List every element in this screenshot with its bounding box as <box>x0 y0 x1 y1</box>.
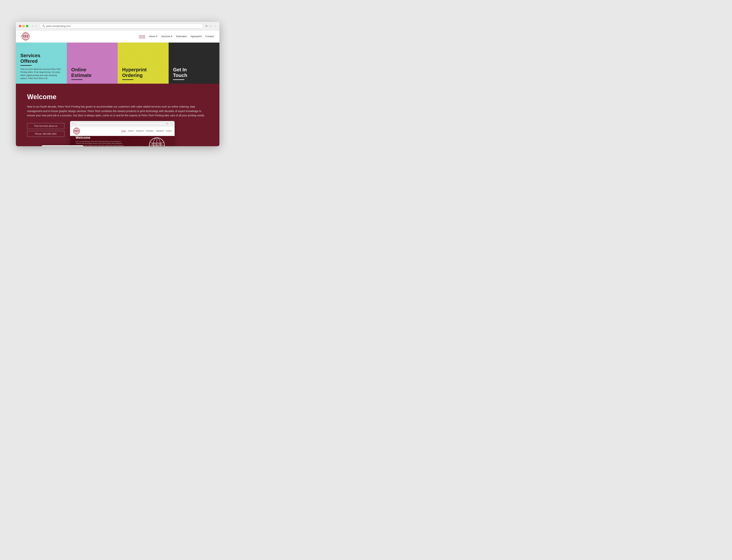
panel-estimate-title: OnlineEstimate <box>71 67 113 78</box>
address-text: petro-techprinting.com <box>46 25 200 27</box>
mid-site-nav: PETRO-TECH PRINTING LTD Home About ▾ Ser… <box>70 126 175 136</box>
welcome-section: Welcome Now in our fourth decade, Petro-… <box>16 84 219 146</box>
mid-nav-hyperprint[interactable]: Hyperprint <box>156 130 164 132</box>
mid-hero-section: Welcome Now in our fourth decade, Petro-… <box>70 136 175 146</box>
mid-back-button[interactable]: ‹ <box>72 122 73 125</box>
menu-icon[interactable]: ⋮ <box>213 24 216 28</box>
hero-panel-contact[interactable]: Get InTouch <box>169 43 220 84</box>
nav-link-about[interactable]: About ▾ <box>149 35 157 38</box>
close-dot[interactable] <box>19 25 21 27</box>
nav-link-services[interactable]: Services ▾ <box>161 35 172 38</box>
panel-services-underline <box>20 65 32 66</box>
welcome-title: Welcome <box>27 93 208 101</box>
bookmark-icon[interactable]: ☆ <box>209 24 212 28</box>
panel-services-title: ServicesOffered <box>20 53 62 64</box>
mid-nav-home[interactable]: Home <box>121 130 126 132</box>
small-browser-window: PETRO-TECH PRINTING LTD ☰ <box>41 145 84 146</box>
browser-action-buttons: ↻ ☆ ⋮ <box>205 24 216 28</box>
welcome-buttons: Find out more about us Phone: 403-266-16… <box>27 123 64 137</box>
mid-hero-welcome-title: Welcome <box>76 136 124 140</box>
small-browser-chrome: PETRO-TECH PRINTING LTD ☰ <box>41 145 84 146</box>
page-wrapper: ‹ › 🔍 petro-techprinting.com ↻ ☆ ⋮ <box>16 22 219 146</box>
browser-chrome-bar: ‹ › 🔍 petro-techprinting.com ↻ ☆ ⋮ <box>16 22 219 30</box>
mid-nav-about[interactable]: About ▾ <box>128 130 134 132</box>
mid-hero-logo-area: PETRO-TECH PRINTING LTD <box>145 138 169 146</box>
mid-browser-window: ‹ › ↻ ⋮ <box>70 121 175 146</box>
mid-nav-services[interactable]: Services ▾ <box>136 130 144 132</box>
mid-address-bar[interactable] <box>77 123 165 124</box>
main-browser-window: ‹ › 🔍 petro-techprinting.com ↻ ☆ ⋮ <box>16 22 219 146</box>
nav-link-home[interactable]: Home <box>139 35 145 38</box>
phone-button[interactable]: Phone: 403-266-1652 <box>27 131 64 137</box>
forward-button[interactable]: › <box>35 24 37 28</box>
mid-forward-button[interactable]: › <box>74 122 75 125</box>
mid-nav-estimates[interactable]: Estimates <box>146 130 154 132</box>
nav-link-estimates[interactable]: Estimates <box>176 35 187 38</box>
nav-links: Home About ▾ Services ▾ Estimates Hyperp… <box>139 35 214 38</box>
nav-link-contact[interactable]: Contact <box>205 35 214 38</box>
panel-estimate-underline <box>71 79 83 80</box>
mid-menu-button[interactable]: ⋮ <box>170 122 172 125</box>
nav-link-hyperprint[interactable]: Hyperprint <box>190 35 202 38</box>
mid-logo-icon: PETRO-TECH PRINTING LTD <box>73 128 80 135</box>
logo-globe-icon: PETRO-TECH PRINTING LTD <box>21 32 30 41</box>
svg-text:PETRO-TECH: PETRO-TECH <box>74 130 79 131</box>
welcome-body-text: Now in our fourth decade, Petro-Tech Pri… <box>27 105 208 118</box>
back-button[interactable]: ‹ <box>31 24 34 28</box>
hero-panel-estimate[interactable]: OnlineEstimate <box>67 43 118 84</box>
minimize-dot[interactable] <box>22 25 25 27</box>
svg-text:PETRO-TECH: PETRO-TECH <box>23 35 29 36</box>
hero-panel-hyperprint[interactable]: HyperprintOrdering <box>118 43 169 84</box>
mid-browser-nav: ‹ › <box>72 122 75 125</box>
fullscreen-dot[interactable] <box>26 25 28 27</box>
hero-panel-services[interactable]: ServicesOffered Find out more about the … <box>16 43 67 84</box>
panel-hyperprint-underline <box>122 79 133 80</box>
mid-nav-links: Home About ▾ Services ▾ Estimates Hyperp… <box>121 130 172 132</box>
reload-icon[interactable]: ↻ <box>205 24 208 28</box>
find-out-more-button[interactable]: Find out more about us <box>27 123 64 129</box>
hero-panels: ServicesOffered Find out more about the … <box>16 43 219 84</box>
mid-hero-text: Welcome Now in our fourth decade, Petro-… <box>76 136 124 146</box>
mid-hero-logo: PETRO-TECH PRINTING LTD <box>145 136 169 146</box>
svg-text:PRINTING LTD: PRINTING LTD <box>23 37 28 38</box>
panel-contact-underline <box>173 79 184 80</box>
browser-traffic-lights <box>19 25 28 27</box>
address-bar[interactable]: 🔍 petro-techprinting.com <box>39 24 203 28</box>
site-logo: PETRO-TECH PRINTING LTD <box>21 32 30 41</box>
mid-nav-contact[interactable]: Contact <box>166 130 172 132</box>
browser-nav-buttons: ‹ › <box>31 24 37 28</box>
panel-hyperprint-title: HyperprintOrdering <box>122 67 164 78</box>
mid-reload-button[interactable]: ↻ <box>166 122 168 125</box>
panel-services-desc: Find out more about the services Petro-T… <box>20 68 62 80</box>
panel-contact-title: Get InTouch <box>173 67 215 78</box>
site-navigation: PETRO-TECH PRINTING LTD Home About ▾ Ser… <box>16 30 219 43</box>
svg-text:PRINTING LTD: PRINTING LTD <box>74 131 79 132</box>
mid-browser-chrome: ‹ › ↻ ⋮ <box>70 121 175 126</box>
